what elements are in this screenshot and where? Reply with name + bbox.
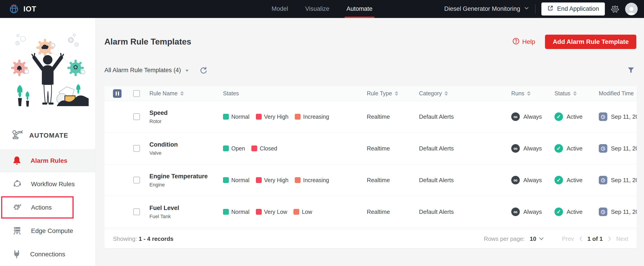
status-active-check-icon: ✓ [554,144,563,153]
rows-per-page-select[interactable]: 10 [530,236,544,242]
state-chip: Very High [256,114,288,120]
column-picker-icon[interactable] [113,89,122,98]
rule-name: Engine Temperature [150,172,220,180]
row-checkbox[interactable] [133,145,140,152]
states-cell: NormalVery HighIncreasing [220,114,364,120]
sidebar-item-edge-compute[interactable]: Edge Compute [0,219,95,243]
chevron-left-icon[interactable] [579,236,582,242]
rule-name-cell[interactable]: ConditionValve [144,141,220,156]
rule-asset: Engine [150,182,220,188]
column-header-category[interactable]: Category [416,90,508,97]
edge-compute-icon [12,226,22,236]
refresh-icon[interactable] [199,66,208,74]
column-header-label: States [223,90,239,97]
row-checkbox-cell [129,145,144,152]
prev-button[interactable]: Prev [562,236,574,242]
row-checkbox-cell [129,113,144,120]
nav-tab-model[interactable]: Model [272,0,288,18]
app-selector-label: Diesel Generator Monitoring [444,5,520,12]
sidebar-item-actions[interactable]: Actions [0,196,95,219]
state-chip: Very Low [256,209,287,215]
state-label: Normal [231,114,250,120]
modified-time-value: Sep 11, 202 [611,177,637,184]
runs-infinity-icon: ∞ [511,208,520,216]
rule-name-cell[interactable]: SpeedRotor [144,109,220,124]
help-link[interactable]: Help [512,37,535,46]
state-color-swatch [223,177,229,183]
sidebar-item-label: Edge Compute [31,227,73,235]
app-logo[interactable]: IOT [8,3,36,15]
sort-icon[interactable] [395,91,398,96]
sidebar-item-connections[interactable]: Connections [0,243,95,266]
column-header-runs[interactable]: Runs [508,90,552,97]
status-label: Active [566,113,582,120]
table-header-row: Rule NameStatesRule TypeCategoryRunsStat… [104,86,637,101]
rows-per-page-label: Rows per page: [484,236,525,242]
state-color-swatch [256,177,262,183]
help-question-icon [512,37,520,46]
add-alarm-rule-template-button[interactable]: Add Alarm Rule Template [545,35,636,49]
app-selector-dropdown[interactable]: Diesel Generator Monitoring [444,5,529,12]
state-chip: Very High [256,177,288,184]
column-header-status[interactable]: Status [552,90,596,97]
actions-gear-icon [12,203,22,212]
row-checkbox[interactable] [133,113,140,120]
column-header-label: Runs [511,90,524,97]
select-all-checkbox[interactable] [133,90,140,97]
runs-cell: ∞Always [508,208,552,216]
rule-name-cell[interactable]: Fuel LevelFuel Tank [144,204,220,219]
state-label: Increasing [303,114,329,120]
state-color-swatch [295,114,300,120]
sort-icon[interactable] [573,91,577,96]
status-active-check-icon: ✓ [554,208,563,216]
sidebar-item-alarm-rules[interactable]: Alarm Rules [0,149,95,172]
modified-time-value: Sep 11, 202 [611,145,637,152]
nav-tab-automate[interactable]: Automate [346,0,373,18]
state-label: Closed [260,145,277,152]
table-row: ConditionValveOpenClosedRealtimeDefault … [104,133,637,164]
column-header-rule-name[interactable]: Rule Name [144,90,220,97]
sidebar-item-workflow-rules[interactable]: Workflow Rules [0,172,95,196]
sort-icon[interactable] [444,91,448,96]
runs-infinity-icon: ∞ [511,176,520,184]
rule-name-cell[interactable]: Engine TemperatureEngine [144,172,220,188]
state-color-swatch [223,145,229,151]
state-color-swatch [256,114,262,120]
help-label: Help [522,38,535,45]
states-cell: NormalVery LowLow [220,209,364,215]
rule-type-cell: Realtime [364,145,416,152]
sort-icon[interactable] [180,91,184,96]
modified-time-cell: Sep 11, 202 [596,208,637,216]
dropdown-caret-icon [185,67,189,74]
state-chip: Increasing [295,177,329,184]
category-cell: Default Alerts [416,145,508,152]
rule-type-cell: Realtime [364,209,416,215]
row-checkbox[interactable] [133,177,140,184]
template-filter-dropdown[interactable]: All Alarm Rule Templates (4) [104,67,189,74]
column-header-label: Rule Type [367,90,392,97]
template-filter-label: All Alarm Rule Templates (4) [104,67,181,74]
row-checkbox[interactable] [133,209,140,215]
user-avatar[interactable] [625,3,638,15]
rule-asset: Rotor [150,118,220,124]
chevron-right-icon[interactable] [608,236,611,242]
filter-funnel-icon[interactable] [627,66,634,74]
nav-tab-visualize[interactable]: Visualize [305,0,330,18]
state-color-swatch [223,114,229,120]
category-cell: Default Alerts [416,113,508,120]
state-label: Very High [264,114,288,120]
state-label: Very High [264,177,288,184]
alarm-rule-templates-table: Rule NameStatesRule TypeCategoryRunsStat… [104,86,637,248]
next-button[interactable]: Next [616,236,628,242]
column-header-rule-type[interactable]: Rule Type [364,90,416,97]
state-chip: Normal [223,114,250,120]
state-chip: Normal [223,209,250,215]
rule-type-cell: Realtime [364,113,416,120]
end-application-label: End Application [557,5,599,12]
end-application-button[interactable]: End Application [542,2,605,15]
sort-icon[interactable] [527,91,530,96]
status-label: Active [566,209,582,215]
status-label: Active [566,145,582,152]
settings-gear-icon[interactable] [611,5,619,13]
iot-globe-logo-icon [8,3,20,15]
